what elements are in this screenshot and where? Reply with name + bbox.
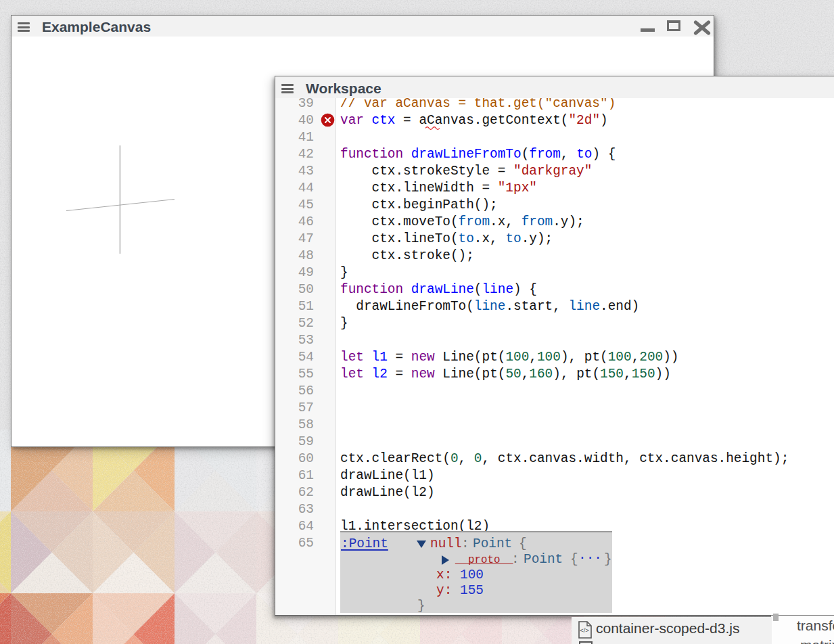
svg-text:</>: </>	[580, 626, 589, 634]
